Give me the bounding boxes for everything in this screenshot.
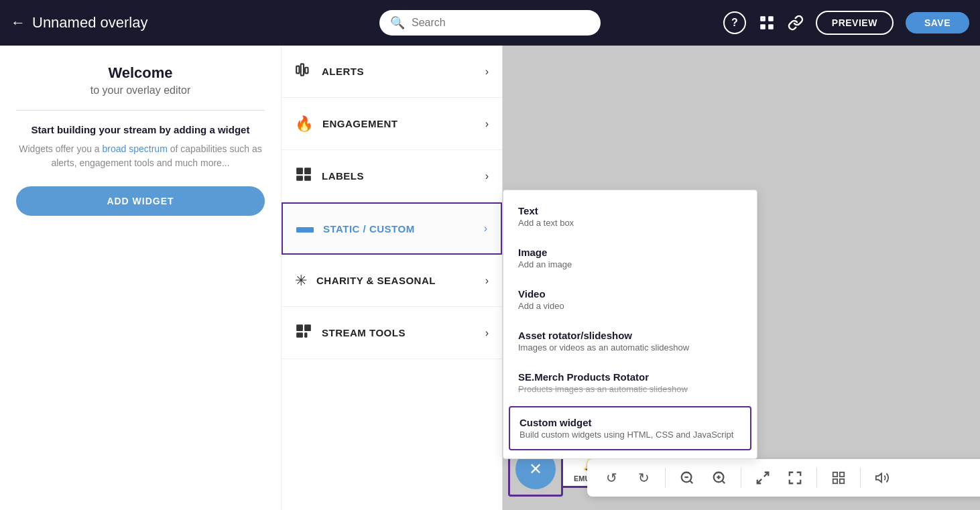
sidebar-desc: Widgets offer you a broad spectrum of ca… — [16, 142, 265, 170]
menu-item-stream-tools[interactable]: STREAM TOOLS › — [282, 307, 502, 359]
submenu-text-desc: Add a text box — [518, 218, 742, 228]
svg-rect-29 — [840, 479, 844, 483]
back-arrow-icon: ← — [11, 14, 25, 31]
sidebar-divider — [16, 110, 265, 111]
close-icon: ✕ — [529, 460, 542, 479]
svg-rect-15 — [296, 332, 303, 338]
submenu-video-desc: Add a video — [518, 301, 742, 311]
labels-chevron: › — [485, 170, 489, 182]
submenu-custom-title: Custom widget — [519, 417, 741, 428]
preview-button[interactable]: PREVIEW — [816, 11, 894, 35]
back-button[interactable]: ← Unnamed overlay — [11, 14, 147, 31]
sidebar-welcome-title: Welcome — [108, 64, 172, 82]
submenu-text[interactable]: Text Add a text box — [503, 196, 757, 237]
svg-rect-27 — [840, 472, 844, 476]
toolbar-divider-2 — [741, 468, 741, 488]
submenu-text-title: Text — [518, 205, 742, 216]
svg-rect-26 — [833, 472, 837, 476]
toolbar-divider-4 — [860, 468, 861, 488]
svg-rect-4 — [762, 19, 763, 19]
svg-rect-13 — [296, 324, 303, 331]
sidebar: Welcome to your overlay editor Start bui… — [0, 46, 282, 510]
svg-rect-8 — [296, 168, 303, 174]
settings-icon[interactable] — [758, 14, 776, 31]
sidebar-desc-bold: Start building your stream by adding a w… — [32, 124, 250, 135]
svg-rect-11 — [304, 176, 311, 181]
labels-icon — [295, 166, 312, 187]
svg-rect-5 — [296, 66, 299, 73]
sidebar-desc-highlight: broad spectrum — [103, 143, 168, 154]
svg-rect-1 — [768, 16, 774, 21]
zoom-out-button[interactable] — [674, 464, 700, 491]
add-widget-button[interactable]: ADD WIDGET — [16, 186, 265, 216]
redo-button[interactable]: ↻ — [630, 464, 657, 491]
submenu-se-merch-desc: Products images as an automatic slidesho… — [518, 384, 742, 394]
grid-button[interactable] — [825, 464, 852, 491]
svg-rect-12 — [296, 227, 314, 233]
menu-item-static-custom[interactable]: STATIC / CUSTOM › — [282, 202, 502, 255]
labels-label: LABELS — [322, 170, 364, 182]
svg-rect-6 — [301, 64, 304, 75]
submenu-image-desc: Add an image — [518, 259, 742, 269]
save-button[interactable]: SAVE — [906, 12, 969, 34]
stream-tools-chevron: › — [485, 327, 489, 339]
bottom-toolbar: ↺ ↻ — [587, 459, 980, 497]
widget-menu: ALERTS › 🔥 ENGAGEMENT › LABELS › — [282, 46, 503, 510]
svg-line-23 — [722, 481, 725, 483]
svg-marker-30 — [876, 474, 881, 483]
submenu-asset-rotator[interactable]: Asset rotator/slideshow Images or videos… — [503, 320, 757, 362]
submenu-asset-title: Asset rotator/slideshow — [518, 330, 742, 341]
menu-item-charity-seasonal[interactable]: ✳ CHARITY & SEASONAL › — [282, 255, 502, 307]
submenu-panel: Text Add a text box Image Add an image V… — [503, 190, 757, 459]
submenu-custom-widget[interactable]: Custom widget Build custom widgets using… — [509, 406, 751, 450]
svg-rect-28 — [833, 479, 837, 483]
fit-button[interactable] — [749, 464, 776, 491]
submenu-image[interactable]: Image Add an image — [503, 237, 757, 279]
engagement-icon: 🔥 — [295, 115, 313, 133]
submenu-se-merch-title: SE.Merch Products Rotator — [518, 371, 742, 383]
submenu-video[interactable]: Video Add a video — [503, 279, 757, 320]
static-custom-icon — [296, 220, 314, 237]
toolbar-divider-3 — [816, 468, 817, 488]
stream-tools-icon — [295, 322, 312, 344]
menu-item-labels[interactable]: LABELS › — [282, 150, 502, 202]
static-custom-label: STATIC / CUSTOM — [323, 223, 415, 235]
header-title: Unnamed overlay — [32, 14, 147, 31]
main-layout: Welcome to your overlay editor Start bui… — [0, 46, 980, 510]
svg-line-19 — [690, 481, 692, 483]
header: ← Unnamed overlay 🔍 ? PREVIEW SAVE — [0, 0, 980, 46]
menu-item-engagement[interactable]: 🔥 ENGAGEMENT › — [282, 98, 502, 150]
submenu-custom-desc: Build custom widgets using HTML, CSS and… — [519, 430, 741, 440]
svg-rect-9 — [304, 168, 311, 174]
undo-button[interactable]: ↺ — [598, 464, 625, 491]
svg-rect-3 — [768, 24, 774, 29]
engagement-label: ENGAGEMENT — [322, 118, 398, 129]
menu-item-alerts[interactable]: ALERTS › — [282, 46, 502, 98]
submenu-asset-desc: Images or videos as an automatic slidesh… — [518, 342, 742, 353]
undo-icon: ↺ — [606, 470, 617, 486]
zoom-in-button[interactable] — [706, 464, 733, 491]
submenu-video-title: Video — [518, 288, 742, 300]
search-icon: 🔍 — [390, 15, 405, 30]
redo-icon: ↻ — [638, 470, 650, 486]
static-custom-chevron: › — [484, 222, 487, 235]
expand-button[interactable] — [782, 464, 808, 491]
svg-rect-16 — [304, 332, 307, 338]
submenu-se-merch[interactable]: SE.Merch Products Rotator Products image… — [503, 362, 757, 403]
link-icon[interactable] — [788, 15, 804, 31]
engagement-chevron: › — [485, 118, 489, 130]
svg-rect-14 — [304, 324, 311, 331]
sound-button[interactable] — [869, 464, 896, 491]
search-input[interactable] — [412, 17, 590, 29]
header-icons: ? PREVIEW SAVE — [723, 11, 969, 35]
search-container: 🔍 — [379, 10, 601, 36]
svg-rect-2 — [760, 24, 765, 29]
toolbar-divider-1 — [665, 468, 666, 488]
help-icon[interactable]: ? — [723, 11, 746, 34]
alerts-icon — [295, 61, 312, 82]
charity-icon: ✳ — [295, 272, 307, 290]
alerts-label: ALERTS — [322, 66, 364, 77]
alerts-chevron: › — [485, 66, 489, 78]
sidebar-welcome-sub: to your overlay editor — [90, 84, 190, 97]
stream-tools-label: STREAM TOOLS — [322, 327, 406, 338]
